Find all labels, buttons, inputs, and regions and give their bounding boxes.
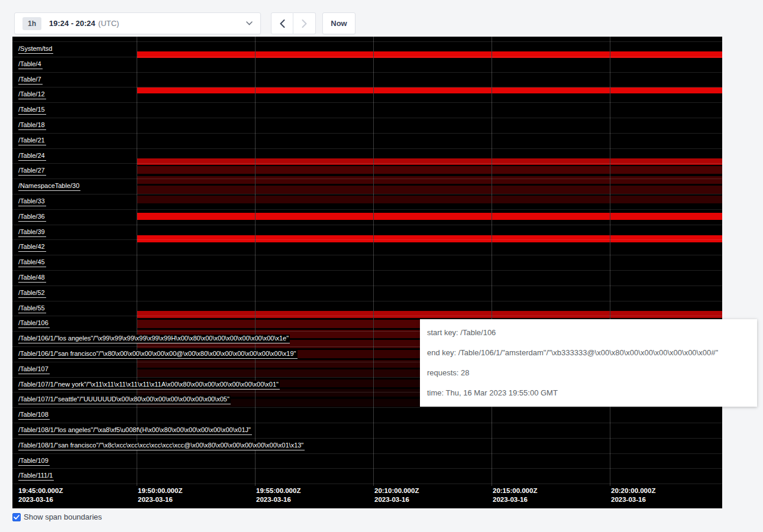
chevron-left-icon <box>280 20 285 28</box>
span-boundary-line <box>12 270 722 271</box>
span-boundary-line <box>12 102 722 103</box>
heat-band[interactable] <box>137 311 722 318</box>
span-boundary-line <box>12 57 722 57</box>
span-key-label: /Table/48 <box>18 274 46 283</box>
tooltip-line: start key: /Table/106 <box>427 323 750 343</box>
x-axis-label: 20:10:00.000Z2023-03-16 <box>374 486 419 504</box>
span-key-label: /Table/108/1/"los angeles"/"\xa8\xf5\u00… <box>18 426 252 435</box>
heatmap-canvas[interactable]: /System/tsd/Table/4/Table/7/Table/12/Tab… <box>12 37 722 508</box>
span-key-label: /Table/106 <box>18 319 50 328</box>
span-key-label: /Table/107 <box>18 365 50 374</box>
time-gridline <box>610 37 610 486</box>
span-boundary-line <box>12 423 722 423</box>
span-boundary-line <box>12 225 722 225</box>
check-icon <box>14 515 20 520</box>
span-key-label: /Table/111/1 <box>18 472 54 481</box>
span-boundary-line <box>12 194 722 194</box>
span-boundary-line <box>12 484 722 484</box>
span-tooltip: start key: /Table/106end key: /Table/106… <box>420 319 757 407</box>
time-gridline <box>137 37 137 486</box>
time-range-selector[interactable]: 1h 19:24 - 20:24 (UTC) <box>14 12 261 34</box>
span-key-label: /Table/7 <box>18 76 43 85</box>
footer: Show span boundaries <box>12 512 102 521</box>
span-key-label: /Table/21 <box>18 137 46 145</box>
heat-band[interactable] <box>137 176 722 184</box>
span-key-label: /Table/18 <box>18 121 46 130</box>
span-key-label: /Table/24 <box>18 152 46 161</box>
x-axis-label: 19:55:00.000Z2023-03-16 <box>256 486 300 504</box>
span-boundary-line <box>12 239 722 240</box>
chevron-right-icon <box>302 20 307 28</box>
heat-band[interactable] <box>137 166 722 174</box>
span-boundary-line <box>12 41 722 42</box>
span-boundary-line <box>12 255 722 255</box>
span-boundary-line <box>12 301 722 301</box>
span-key-label: /Table/106/1/"san francisco"/"\x80\x00\x… <box>18 350 298 359</box>
span-key-label: /Table/45 <box>18 258 46 267</box>
tooltip-line: end key: /Table/106/1/"amsterdam"/"\xb33… <box>427 343 750 363</box>
heat-band[interactable] <box>137 87 722 93</box>
heat-band[interactable] <box>137 186 722 194</box>
time-gridline <box>373 37 374 486</box>
span-boundary-line <box>12 87 722 87</box>
x-axis-label: 19:45:00.000Z2023-03-16 <box>18 486 63 504</box>
heat-band[interactable] <box>137 235 722 242</box>
time-range-timezone: (UTC) <box>98 19 119 28</box>
span-key-label: /Table/55 <box>18 304 46 313</box>
x-axis-label: 20:20:00.000Z2023-03-16 <box>611 486 655 504</box>
span-key-label: /Table/52 <box>18 289 46 298</box>
span-key-label: /Table/27 <box>18 167 46 176</box>
span-boundary-line <box>12 286 722 286</box>
span-key-label: /Table/109 <box>18 457 50 466</box>
span-boundary-line <box>12 316 722 316</box>
heat-band[interactable] <box>137 213 722 220</box>
chevron-down-icon <box>246 21 253 25</box>
span-boundary-line <box>12 468 722 469</box>
span-boundary-line <box>12 407 722 408</box>
toolbar: 1h 19:24 - 20:24 (UTC) Now <box>14 12 355 34</box>
span-key-label: /Table/108/1/"san francisco"/"\x8c\xcc\x… <box>18 442 305 450</box>
span-key-label: /Table/107/1/"seattle"/"UUUUUUD\x00\x80\… <box>18 395 231 404</box>
time-nav-group <box>271 12 316 34</box>
tooltip-line: time: Thu, 16 Mar 2023 19:55:00 GMT <box>427 383 750 403</box>
span-key-label: /System/tsd <box>18 45 53 54</box>
span-key-label: /Table/36 <box>18 213 46 222</box>
span-key-label: /Table/42 <box>18 243 46 252</box>
span-key-label: /Table/33 <box>18 197 46 206</box>
tooltip-line: requests: 28 <box>427 363 750 383</box>
show-span-boundaries-label: Show span boundaries <box>24 512 102 521</box>
time-range-duration-badge: 1h <box>22 17 41 30</box>
span-boundary-line <box>12 133 722 134</box>
span-key-label: /Table/107/1/"new york"/"\x11\x11\x11\x1… <box>18 381 280 390</box>
prev-time-button[interactable] <box>271 12 293 34</box>
span-boundary-line <box>12 163 722 164</box>
span-boundary-line <box>12 118 722 118</box>
span-key-label: /NamespaceTable/30 <box>18 182 80 191</box>
now-button[interactable]: Now <box>322 12 355 34</box>
span-key-label: /Table/39 <box>18 228 46 237</box>
time-gridline <box>492 37 492 486</box>
span-boundary-line <box>12 438 722 439</box>
time-gridline <box>255 37 256 486</box>
span-boundary-line <box>12 72 722 73</box>
time-range-text: 19:24 - 20:24 <box>49 19 95 28</box>
x-axis-label: 20:15:00.000Z2023-03-16 <box>493 486 537 504</box>
x-axis-label: 19:50:00.000Z2023-03-16 <box>138 486 182 504</box>
span-boundary-line <box>12 148 722 149</box>
show-span-boundaries-checkbox[interactable] <box>12 513 21 521</box>
span-boundary-line <box>12 179 722 179</box>
next-time-button[interactable] <box>293 12 316 34</box>
span-key-label: /Table/15 <box>18 106 46 115</box>
span-key-label: /Table/106/1/"los angeles"/"\x99\x99\x99… <box>18 335 290 343</box>
span-boundary-line <box>12 209 722 210</box>
span-key-label: /Table/4 <box>18 60 43 69</box>
span-key-label: /Table/12 <box>18 90 46 99</box>
span-boundary-line <box>12 453 722 454</box>
heat-band[interactable] <box>137 196 722 203</box>
span-key-label: /Table/108 <box>18 411 50 420</box>
